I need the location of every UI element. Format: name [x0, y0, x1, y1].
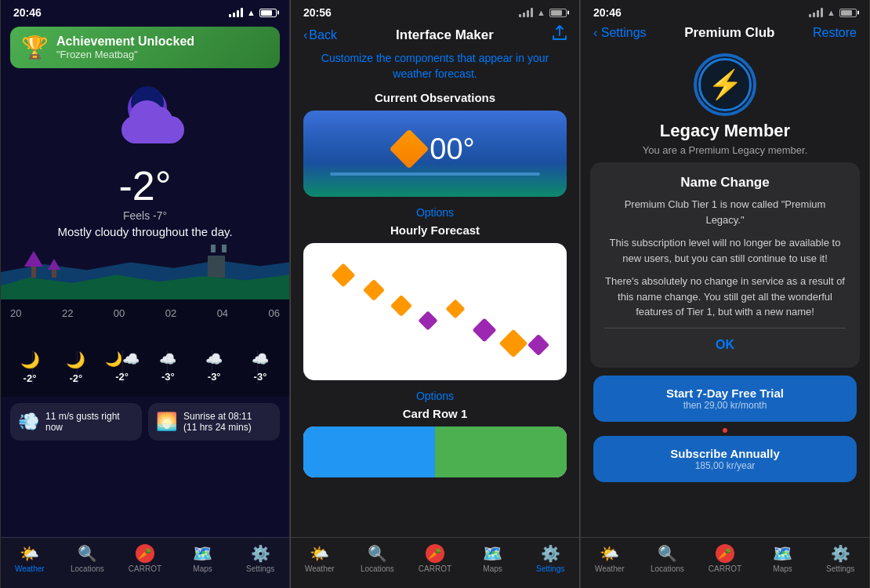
forecast-diamond: [418, 310, 437, 330]
tab-maps-label-3: Maps: [773, 564, 792, 573]
tab-locations-label-1: Locations: [71, 564, 104, 573]
wifi-icon-1: ▲: [247, 8, 256, 17]
current-obs-card: 00°: [303, 111, 567, 197]
tab-settings-label-3: Settings: [826, 564, 854, 573]
card-blue: [303, 426, 435, 477]
battery-icon-2: [549, 9, 567, 17]
achievement-banner: 🏆 Achievement Unlocked "Frozen Meatbag": [10, 27, 280, 68]
tab-settings-label-1: Settings: [246, 564, 274, 573]
bolt-inner-ring: ⚡: [698, 58, 752, 111]
tab-weather-1[interactable]: 🌤️ Weather: [1, 544, 59, 573]
modal-ok-button[interactable]: OK: [604, 335, 846, 355]
restore-button[interactable]: Restore: [813, 26, 857, 40]
sunrise-text: Sunrise at 08:11(11 hrs 24 mins): [183, 411, 252, 433]
subscribe-annual-button[interactable]: Subscribe Annually 185,00 kr/year: [593, 436, 857, 482]
tab-settings-label-2: Settings: [536, 564, 564, 573]
subscribe-trial-button[interactable]: Start 7-Day Free Trial then 29,00 kr/mon…: [593, 376, 857, 422]
obs-temperature: 00°: [430, 132, 474, 166]
modal-title: Name Change: [604, 175, 846, 191]
share-button-2[interactable]: [553, 25, 567, 45]
status-icons-3: ▲: [809, 8, 857, 17]
legacy-member-title: Legacy Member: [581, 121, 869, 141]
signal-icon-2: [519, 8, 533, 17]
tab-carrot-label-1: CARROT: [129, 564, 161, 573]
tab-carrot-2[interactable]: 🥕 CARROT: [406, 544, 464, 573]
modal-divider: [604, 328, 846, 328]
nav-bar-2: ‹ Back Interface Maker: [291, 22, 579, 51]
customize-text: Customize: [321, 52, 373, 64]
hourly-item: ☁️ -3°: [148, 350, 187, 384]
wind-icon: 💨: [18, 412, 39, 432]
back-button-2[interactable]: ‹ Back: [303, 28, 337, 42]
weather-main: -2° Feels -7° Mostly cloudy throughout t…: [1, 73, 289, 299]
locations-tab-icon-2: 🔍: [368, 544, 387, 563]
status-icons-2: ▲: [519, 8, 567, 17]
tab-locations-2[interactable]: 🔍 Locations: [349, 544, 407, 573]
name-change-modal: Name Change Premium Club Tier 1 is now c…: [590, 162, 860, 368]
tab-locations-3[interactable]: 🔍 Locations: [639, 544, 697, 573]
wind-text: 11 m/s gusts right now: [45, 411, 134, 433]
obs-options-link[interactable]: Options: [291, 201, 579, 223]
tab-maps-2[interactable]: 🗺️ Maps: [464, 544, 522, 573]
description-rest: the components that appear in your weath…: [376, 52, 549, 80]
tab-settings-1[interactable]: ⚙️ Settings: [231, 544, 289, 573]
forecast-diamond: [499, 329, 528, 358]
weather-tab-icon-3: 🌤️: [600, 544, 619, 563]
tab-maps-3[interactable]: 🗺️ Maps: [754, 544, 812, 573]
maps-tab-icon-3: 🗺️: [773, 544, 792, 563]
settings-tab-icon-3: ⚙️: [831, 544, 850, 563]
status-time-1: 20:46: [13, 6, 42, 19]
status-icons-1: ▲: [229, 8, 277, 17]
tree-left: [24, 251, 43, 278]
tab-maps-label-1: Maps: [193, 564, 212, 573]
diamonds-container: [303, 243, 567, 380]
modal-body-2: This subscription level will no longer b…: [604, 235, 846, 266]
achievement-title: Achievement Unlocked: [56, 34, 194, 49]
carrot-icon-3: 🥕: [716, 544, 734, 563]
weather-description: Mostly cloudy throughout the day.: [1, 225, 289, 238]
weather-scene: [1, 81, 289, 159]
signal-icon-3: [809, 8, 823, 17]
tab-weather-3[interactable]: 🌤️ Weather: [581, 544, 639, 573]
phone-interface-maker: 20:56 ▲ ‹ Back Interface Maker: [290, 0, 580, 588]
battery-icon-1: [259, 9, 277, 17]
tab-settings-3[interactable]: ⚙️ Settings: [811, 544, 869, 573]
hourly-item: ☁️ -3°: [194, 350, 234, 384]
selection-dot: [723, 428, 727, 433]
status-time-3: 20:46: [593, 6, 622, 19]
section-title-hourly: Hourly Forecast: [291, 223, 579, 237]
tab-weather-2[interactable]: 🌤️ Weather: [291, 544, 349, 573]
status-bar-3: 20:46 ▲: [581, 0, 869, 22]
settings-tab-icon-1: ⚙️: [251, 544, 270, 563]
wifi-icon-2: ▲: [537, 8, 546, 17]
forecast-diamond: [445, 299, 465, 318]
phone-premium: 20:46 ▲ ‹ Settings Premium Club Restore …: [580, 0, 870, 588]
tab-locations-1[interactable]: 🔍 Locations: [59, 544, 117, 573]
landscape-scene: [1, 245, 289, 299]
premium-logo-area: ⚡: [581, 53, 869, 116]
tab-settings-2[interactable]: ⚙️ Settings: [521, 544, 579, 573]
tab-carrot-label-3: CARROT: [709, 564, 741, 573]
hourly-options-link[interactable]: Options: [291, 385, 579, 407]
tab-bar-2: 🌤️ Weather 🔍 Locations 🥕 CARROT 🗺️ Maps …: [291, 537, 579, 588]
interface-description: Customize the components that appear in …: [291, 51, 579, 91]
bolt-circle: ⚡: [694, 53, 756, 116]
settings-back-button[interactable]: ‹ Settings: [593, 26, 647, 40]
tab-carrot-3[interactable]: 🥕 CARROT: [696, 544, 754, 573]
sunrise-card: 🌅 Sunrise at 08:11(11 hrs 24 mins): [148, 403, 280, 441]
hourly-item: 🌙 -2°: [10, 350, 49, 384]
bottom-cards: 💨 11 m/s gusts right now 🌅 Sunrise at 08…: [1, 403, 289, 447]
tab-carrot-1[interactable]: 🥕 CARROT: [116, 544, 174, 573]
locations-tab-icon-1: 🔍: [78, 544, 97, 563]
hourly-item: ☁️ -3°: [241, 350, 280, 384]
tab-maps-1[interactable]: 🗺️ Maps: [174, 544, 232, 573]
modal-body-3: There's absolutely no change in service …: [604, 274, 846, 320]
battery-icon-3: [839, 9, 857, 17]
hourly-scroll: 20 22 00 02 04 06 🌙 -2° 🌙: [1, 299, 289, 397]
section-title-obs: Current Observations: [291, 91, 579, 104]
forecast-diamond: [390, 295, 412, 317]
carrot-icon-2: 🥕: [426, 544, 444, 563]
diamond-icon-main: [390, 129, 430, 169]
tab-locations-label-3: Locations: [651, 564, 684, 573]
hourly-item: 🌙☁️ -2°: [103, 350, 142, 384]
